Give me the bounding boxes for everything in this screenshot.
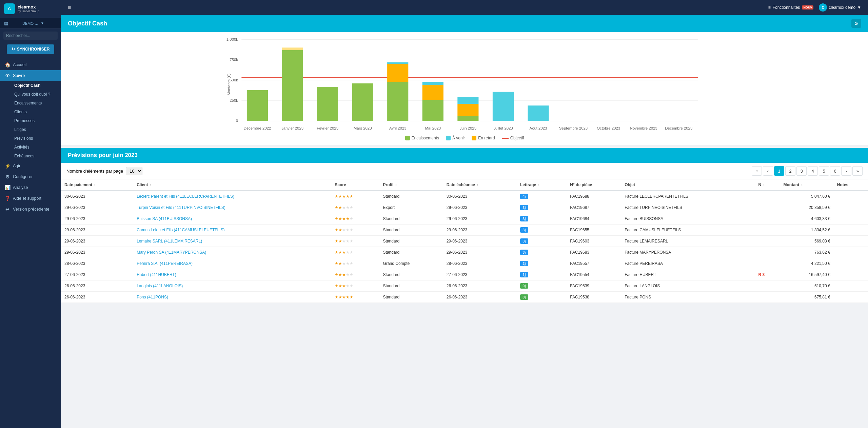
page-prev-button[interactable]: ‹ — [763, 166, 773, 176]
cell-profil: Grand Compte — [380, 258, 443, 269]
col-lettrage[interactable]: Lettrage ↕ — [517, 179, 567, 191]
cell-client: Langlois (411LANGLOIS) — [133, 280, 331, 292]
client-link[interactable]: Mary Peron SA (411MARYPERONSA) — [137, 250, 206, 255]
sidebar-item-accueil[interactable]: 🏠 Accueil — [0, 59, 61, 70]
sidebar-item-activites[interactable]: Activités — [9, 143, 61, 152]
cell-client: Leclerc Parent et Fils (411LECLERCPARENT… — [133, 191, 331, 202]
cell-no-piece: FAC19655 — [567, 225, 621, 236]
col-date-paiement[interactable]: Date paiement ↕ — [61, 179, 133, 191]
cell-score: ★★★★★ — [331, 258, 379, 269]
user-menu[interactable]: C clearnox démo ▼ — [819, 3, 861, 12]
cell-no-piece: FAC19603 — [567, 236, 621, 247]
svg-text:Montants (€): Montants (€) — [227, 74, 231, 95]
legend-label-objectif: Objectif — [510, 136, 524, 140]
cell-profil: Standard — [380, 292, 443, 303]
cell-montant: 763,62 € — [780, 247, 833, 258]
sidebar-item-qui-vous-doit[interactable]: Qui vous doit quoi ? — [9, 90, 61, 99]
client-link[interactable]: Buisson SA (411BUISSONSA) — [137, 216, 192, 221]
cell-notes — [834, 225, 868, 236]
sync-button[interactable]: ↻ SYNCHRONISER — [7, 44, 54, 54]
cell-client: Camus Leleu et Fils (411CAMUSLELEUETFILS… — [133, 225, 331, 236]
col-n[interactable]: N ↕ — [755, 179, 780, 191]
col-montant[interactable]: Montant ↕ — [780, 179, 833, 191]
cell-client: Turpin Voisin et Fils (411TURPINVOISINET… — [133, 202, 331, 213]
fonctionnalites-button[interactable]: ≡ Fonctionnalités NOUV — [768, 5, 814, 10]
note-link[interactable]: R 3 — [758, 272, 765, 277]
page-last-button[interactable]: » — [852, 166, 863, 176]
main-content: ≡ ≡ Fonctionnalités NOUV C clearnox démo… — [61, 0, 868, 428]
cell-no-piece: FAC19554 — [567, 269, 621, 280]
search-input[interactable] — [3, 32, 58, 40]
sidebar-company[interactable]: ▦ DEMO CLEARNOX GOL... ▼ — [0, 18, 61, 29]
sidebar-item-encaissements[interactable]: Encaissements — [9, 99, 61, 108]
chart-svg: 1 000k 750k 500k 250k 0 Montants (€) — [68, 35, 861, 134]
sidebar-item-suivre[interactable]: 👁 Suivre — [0, 70, 61, 81]
sidebar-item-configurer[interactable]: ⚙ Configurer — [0, 171, 61, 182]
col-date-echeance[interactable]: Date échéance ↕ — [443, 179, 517, 191]
cell-n: R 3 — [755, 269, 780, 280]
sidebar-item-clients[interactable]: Clients — [9, 108, 61, 116]
svg-text:Octobre 2023: Octobre 2023 — [597, 126, 620, 130]
client-link[interactable]: Leclerc Parent et Fils (411LECLERCPARENT… — [137, 194, 234, 199]
sidebar-item-echeances[interactable]: Échéances — [9, 152, 61, 160]
sidebar-item-agir[interactable]: ⚡ Agir — [0, 160, 61, 171]
sidebar-search-container — [0, 29, 61, 42]
page-4-button[interactable]: 4 — [808, 166, 818, 176]
cell-date-paiement: 29-06-2023 — [61, 202, 133, 213]
cell-date-echeance: 30-06-2023 — [443, 191, 517, 202]
client-link[interactable]: Pons (411PONS) — [137, 295, 168, 299]
cell-n — [755, 236, 780, 247]
client-link[interactable]: Langlois (411LANGLOIS) — [137, 284, 183, 288]
hamburger-icon[interactable]: ≡ — [68, 4, 71, 11]
page-6-button[interactable]: 6 — [830, 166, 840, 176]
client-link[interactable]: Pereira S.A. (411PEREIRASA) — [137, 261, 193, 266]
page-5-button[interactable]: 5 — [819, 166, 829, 176]
cell-n — [755, 202, 780, 213]
sidebar-sub-nav: Objectif Cash Qui vous doit quoi ? Encai… — [0, 81, 61, 160]
cell-profil: Standard — [380, 269, 443, 280]
cell-date-echeance: 28-06-2023 — [443, 258, 517, 269]
sidebar-item-objectif-cash[interactable]: Objectif Cash — [9, 81, 61, 90]
sidebar-item-version[interactable]: ↩ Version précédente — [0, 204, 61, 215]
cell-no-piece: FAC19687 — [567, 202, 621, 213]
sidebar-item-promesses[interactable]: Promesses — [9, 116, 61, 125]
cell-profil: Standard — [380, 236, 443, 247]
client-link[interactable]: Hubert (411HUBERT) — [137, 272, 176, 277]
cell-objet: Facture TURPINVOISINETFILS — [621, 202, 755, 213]
table-section: Prévisions pour juin 2023 Nombre d'éléme… — [61, 148, 868, 303]
page-next-button[interactable]: › — [841, 166, 851, 176]
chart-settings-button[interactable]: ⚙ — [851, 19, 861, 28]
cell-notes — [834, 258, 868, 269]
cell-score: ★★★★★ — [331, 280, 379, 292]
cell-date-echeance: 29-06-2023 — [443, 213, 517, 225]
cell-n — [755, 247, 780, 258]
svg-text:Août 2023: Août 2023 — [530, 126, 547, 130]
col-client[interactable]: Client ↕ — [133, 179, 331, 191]
cell-lettrage: 3j — [517, 202, 567, 213]
sidebar-item-previsions[interactable]: Prévisions — [9, 134, 61, 143]
cell-client: Hubert (411HUBERT) — [133, 269, 331, 280]
col-profil[interactable]: Profil ↕ — [380, 179, 443, 191]
page-2-button[interactable]: 2 — [785, 166, 795, 176]
cell-montant: 20 858,59 € — [780, 202, 833, 213]
sidebar-item-aide[interactable]: ❓ Aide et support — [0, 193, 61, 204]
page-1-button[interactable]: 1 — [774, 166, 784, 176]
svg-rect-14 — [282, 50, 303, 121]
page-first-button[interactable]: « — [752, 166, 762, 176]
nav-label-version: Version précédente — [13, 207, 50, 212]
page-3-button[interactable]: 3 — [796, 166, 807, 176]
user-avatar: C — [819, 3, 827, 12]
sidebar-item-litiges[interactable]: Litiges — [9, 125, 61, 134]
table-row: 30-06-2023 Leclerc Parent et Fils (411LE… — [61, 191, 868, 202]
data-table: Date paiement ↕ Client ↕ Score Profil ↕ … — [61, 179, 868, 303]
svg-rect-23 — [387, 62, 408, 64]
client-link[interactable]: Lemaire SARL (411LEMAIRESARL) — [137, 239, 202, 244]
sidebar-item-analyse[interactable]: 📊 Analyse — [0, 182, 61, 193]
client-link[interactable]: Camus Leleu et Fils (411CAMUSLELEUETFILS… — [137, 228, 224, 232]
cell-notes — [834, 236, 868, 247]
items-per-page-select[interactable]: 5 10 25 50 — [126, 167, 142, 175]
cell-notes — [834, 269, 868, 280]
client-link[interactable]: Turpin Voisin et Fils (411TURPINVOISINET… — [137, 205, 225, 210]
cell-score: ★★★★★ — [331, 191, 379, 202]
svg-rect-25 — [422, 100, 443, 121]
